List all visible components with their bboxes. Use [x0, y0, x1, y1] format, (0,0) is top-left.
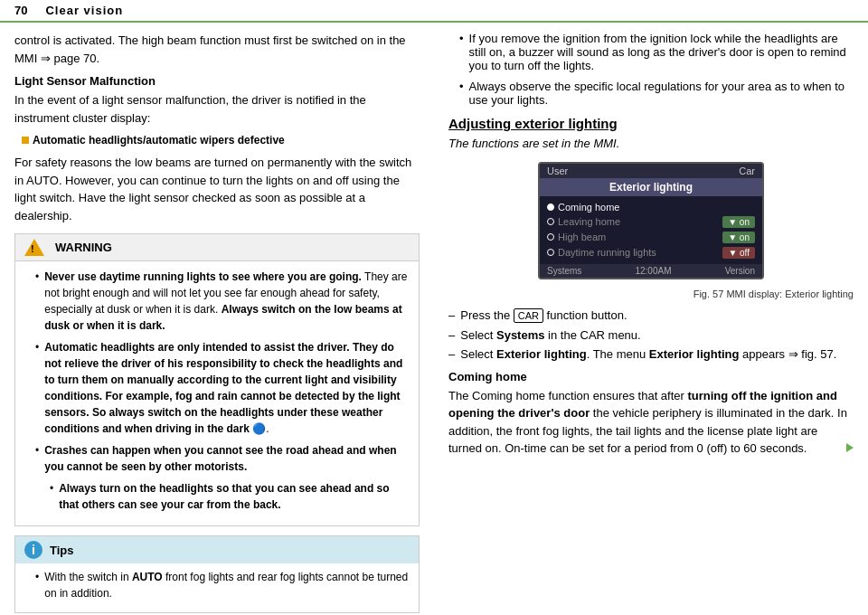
content-wrapper: control is activated. The high beam func…: [0, 23, 868, 615]
mmi-badge-high-beam: ▼ on: [722, 232, 755, 243]
mmi-user-label: User: [547, 166, 651, 176]
warning-triangle-icon: [24, 239, 44, 256]
fig-caption: Fig. 57 MMI display: Exterior lighting: [448, 289, 854, 299]
mmi-dot-high-beam: [547, 233, 554, 241]
mmi-top-bar: User Car: [540, 164, 762, 178]
step-3: – Select Exterior lighting. The menu Ext…: [448, 347, 854, 361]
mmi-subtext: The functions are set in the MMI.: [448, 135, 854, 153]
mmi-systems-label: Systems: [547, 266, 581, 276]
mmi-title: Exterior lighting: [540, 178, 762, 196]
mmi-row-daytime: Daytime running lights ▼ off: [547, 245, 755, 260]
warning-bullet-2: Automatic headlights are only intended t…: [35, 339, 410, 437]
warning-title: WARNING: [55, 241, 112, 254]
defective-row: Automatic headlights/automatic wipers de…: [22, 134, 420, 147]
step-3-dash: –: [448, 347, 455, 361]
right-bullet-2: Always observe the specific local regula…: [459, 80, 854, 107]
defective-label: Automatic headlights/automatic wipers de…: [33, 134, 285, 147]
left-column: control is activated. The high beam func…: [0, 32, 434, 615]
intro-text: control is activated. The high beam func…: [14, 32, 420, 67]
warning-header: WARNING: [15, 234, 419, 261]
mmi-time-label: 12:00AM: [635, 266, 671, 276]
step-1: – Press the CAR function button.: [448, 308, 854, 323]
tips-text: With the switch in AUTO front fog lights…: [44, 569, 410, 601]
mmi-display: User Car Exterior lighting Coming home L…: [538, 162, 764, 279]
coming-home-section: Coming home The Coming home function ens…: [448, 370, 854, 458]
warning-bullet-3-text: Crashes can happen when you cannot see t…: [44, 442, 410, 475]
coming-home-body: The Coming home function ensures that af…: [448, 387, 854, 458]
mmi-row-coming-home: Coming home: [547, 200, 755, 214]
tips-header: i Tips: [15, 536, 419, 563]
right-bullet-1-text: If you remove the ignition from the igni…: [469, 32, 854, 72]
mmi-version-label: Version: [725, 266, 755, 276]
step-1-dash: –: [448, 308, 455, 322]
mmi-row-leaving-home: Leaving home ▼ on: [547, 214, 755, 230]
safety-text: For safety reasons the low beams are tur…: [14, 154, 420, 224]
step-1-text: Press the CAR function button.: [460, 308, 627, 323]
car-button: CAR: [514, 308, 543, 323]
warning-body: Never use daytime running lights to see …: [15, 261, 419, 525]
warning-sub-bullet-1: Always turn on the headlights so that yo…: [50, 480, 410, 513]
light-sensor-body: In the event of a light sensor malfuncti…: [14, 91, 420, 127]
mmi-label-daytime: Daytime running lights: [558, 247, 719, 258]
step-2: – Select Systems in the CAR menu.: [448, 328, 854, 342]
orange-square-icon: [22, 137, 29, 144]
right-bullet-2-text: Always observe the specific local regula…: [469, 80, 854, 107]
step-3-text: Select Exterior lighting. The menu Exter…: [460, 347, 836, 361]
page-title: Clear vision: [45, 4, 123, 17]
mmi-body: Coming home Leaving home ▼ on High beam …: [540, 196, 762, 264]
coming-home-heading: Coming home: [448, 370, 854, 383]
mmi-dot-daytime: [547, 249, 554, 256]
warning-bullet-1-text: Never use daytime running lights to see …: [44, 269, 410, 334]
tips-box: i Tips With the switch in AUTO front fog…: [14, 535, 420, 613]
mmi-car-label: Car: [651, 166, 755, 176]
mmi-badge-daytime: ▼ off: [722, 247, 755, 259]
next-arrow-icon: [846, 443, 854, 452]
mmi-badge-leaving-home: ▼ on: [722, 216, 755, 228]
warning-bullet-3: Crashes can happen when you cannot see t…: [35, 442, 410, 475]
warning-sub-bullet-1-text: Always turn on the headlights so that yo…: [59, 480, 410, 513]
step-2-text: Select Systems in the CAR menu.: [460, 328, 640, 342]
light-sensor-heading: Light Sensor Malfunction: [14, 74, 420, 88]
page-header: 70 Clear vision: [0, 0, 868, 23]
mmi-bottom-bar: Systems 12:00AM Version: [540, 264, 762, 278]
tips-bullet: With the switch in AUTO front fog lights…: [35, 569, 410, 601]
warning-sub-bullet: Always turn on the headlights so that yo…: [39, 480, 410, 513]
mmi-dot-coming-home: [547, 203, 554, 211]
tips-body: With the switch in AUTO front fog lights…: [15, 563, 419, 612]
warning-box: WARNING Never use daytime running lights…: [14, 233, 420, 526]
warning-bullet-2-text: Automatic headlights are only intended t…: [44, 339, 410, 437]
right-bullet-1: If you remove the ignition from the igni…: [459, 32, 854, 72]
mmi-label-leaving-home: Leaving home: [558, 216, 719, 227]
exterior-lighting-heading: Adjusting exterior lighting: [448, 116, 854, 131]
tips-icon: i: [24, 541, 42, 559]
page-number: 70: [14, 4, 27, 17]
right-column: If you remove the ignition from the igni…: [434, 32, 868, 615]
mmi-dot-leaving-home: [547, 218, 554, 225]
mmi-row-high-beam: High beam ▼ on: [547, 230, 755, 245]
warning-bullet-1: Never use daytime running lights to see …: [35, 269, 410, 334]
mmi-label-coming-home: Coming home: [558, 202, 755, 213]
mmi-label-high-beam: High beam: [558, 232, 719, 242]
step-2-dash: –: [448, 328, 455, 342]
tips-title: Tips: [50, 544, 74, 557]
steps-section: – Press the CAR function button. – Selec…: [448, 308, 854, 361]
